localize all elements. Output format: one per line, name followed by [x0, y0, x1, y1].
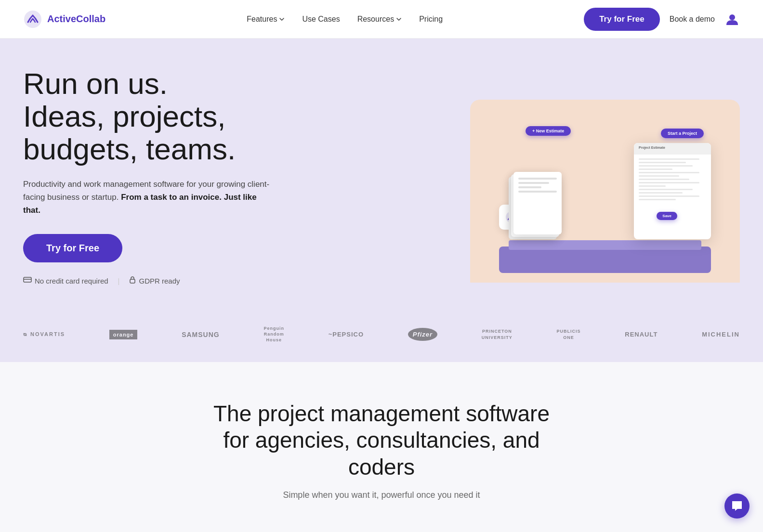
svg-rect-4 [130, 279, 135, 283]
nav-actions: Try for Free Book a demo [584, 8, 740, 31]
pm-section-subtitle: Simple when you want it, powerful once y… [23, 490, 740, 500]
nav-book-demo-button[interactable]: Book a demo [670, 15, 715, 24]
hero-subtext: Productivity and work management softwar… [23, 178, 274, 217]
pm-section: The project management software for agen… [0, 362, 763, 532]
badge-divider: | [118, 277, 120, 285]
logo-samsung: SAMSUNG [182, 331, 220, 338]
illustration-platform-top [509, 240, 701, 250]
navbar: ActiveCollab Features Use Cases Resource… [0, 0, 763, 39]
hero-badges: No credit card required | GDPR ready [23, 276, 274, 285]
logo-orange: orange [109, 330, 138, 339]
illustration-pill-save: Save [657, 212, 677, 220]
hero-try-free-button[interactable]: Try for Free [23, 234, 122, 262]
nav-links: Features Use Cases Resources Pricing [247, 15, 443, 24]
credit-card-icon [23, 276, 32, 285]
user-icon[interactable] [724, 12, 740, 27]
hero-illustration: Project Estimate [470, 100, 740, 283]
logo-icon [23, 10, 42, 29]
no-credit-card-badge: No credit card required [23, 276, 108, 285]
gdpr-badge: GDPR ready [129, 276, 180, 285]
hero-illustration-container: Project Estimate [441, 100, 740, 283]
chevron-down-icon-2 [396, 16, 402, 22]
nav-features[interactable]: Features [247, 15, 285, 24]
nav-use-cases[interactable]: Use Cases [302, 15, 340, 24]
logo-pfizer: Pfizer [408, 328, 437, 341]
illustration-doc-stack [509, 172, 562, 234]
hero-headline: Run on us. Ideas, projects, budgets, tea… [23, 67, 274, 166]
pm-section-title: The project management software for agen… [213, 401, 550, 480]
logo-link[interactable]: ActiveCollab [23, 10, 105, 29]
svg-rect-2 [24, 277, 31, 282]
illustration-pill-start: Start a Project [661, 129, 704, 138]
logo-pepsico: ~PEPSICO [329, 331, 364, 338]
logo-michelin: MICHELIN [702, 331, 740, 338]
chat-bubble-button[interactable] [724, 493, 750, 519]
svg-point-1 [729, 14, 735, 20]
logo-princeton: PRINCETONUNIVERSITY [482, 328, 513, 340]
illustration-platform [499, 247, 711, 273]
logo-penguin: PenguinRandomHouse [263, 326, 284, 343]
illustration-large-doc: Project Estimate [634, 143, 711, 239]
chevron-down-icon [279, 16, 285, 22]
logo-publicis: PUBLICISONE [557, 328, 581, 340]
hero-section: Run on us. Ideas, projects, budgets, tea… [0, 39, 763, 314]
lock-icon [129, 276, 136, 285]
illustration-pill-estimate: + New Estimate [526, 126, 571, 136]
logos-strip: ᴓ NOVARTIS orange SAMSUNG PenguinRandomH… [0, 314, 763, 362]
nav-resources[interactable]: Resources [357, 15, 402, 24]
nav-try-free-button[interactable]: Try for Free [584, 8, 660, 31]
hero-content: Run on us. Ideas, projects, budgets, tea… [23, 67, 274, 314]
nav-pricing[interactable]: Pricing [419, 15, 443, 24]
logo-text: ActiveCollab [47, 13, 105, 25]
logo-novartis: ᴓ NOVARTIS [23, 331, 65, 337]
chat-icon [731, 500, 743, 512]
logo-renault: RENAULT [625, 331, 658, 338]
